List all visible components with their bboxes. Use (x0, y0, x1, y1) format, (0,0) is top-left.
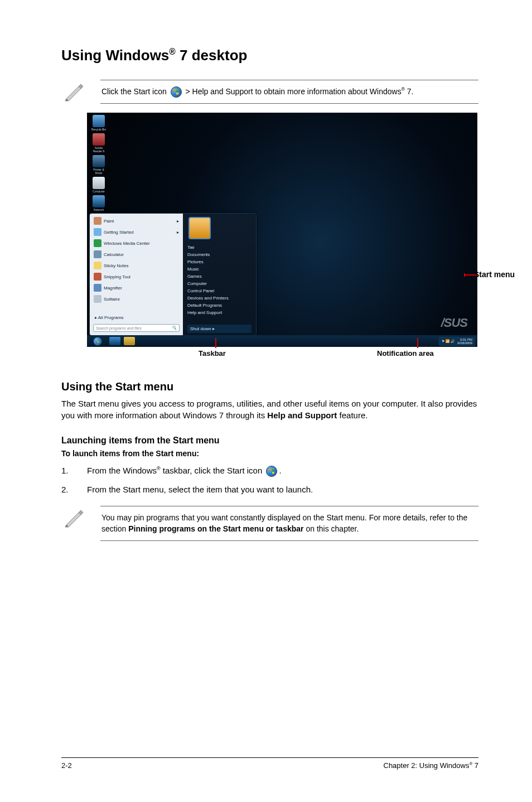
start-orb-icon (93, 337, 102, 346)
start-right-computer[interactable]: Computer (187, 281, 252, 286)
start-right-devices[interactable]: Devices and Printers (187, 296, 252, 301)
start-item-sticky-notes[interactable]: Sticky Notes (91, 260, 181, 271)
start-item-getting-started[interactable]: Getting Started▸ (91, 226, 181, 238)
callout-taskbar: Taskbar (199, 349, 226, 357)
user-avatar[interactable] (188, 217, 211, 239)
steps-list: From the Windows® taskbar, click the Sta… (61, 465, 478, 496)
recycle-bin-icon[interactable]: Recycle Bin (90, 115, 107, 131)
subsection-heading-launching: Launching items from the Start menu (61, 436, 478, 446)
start-item-solitaire[interactable]: Solitaire (91, 293, 181, 305)
note-tip-2: You may pin programs that you want const… (61, 506, 478, 541)
tray-vol-icon: 🔊 (451, 339, 454, 343)
start-right-user[interactable]: Tae (187, 245, 252, 250)
start-item-snipping-tool[interactable]: Snipping Tool (91, 271, 181, 282)
notification-area[interactable]: ⚑ 📶 🔊 3:01 PM 9/28/2009 (439, 337, 475, 346)
title-text-post: 7 desktop (176, 47, 248, 64)
start-right-games[interactable]: Games (187, 274, 252, 279)
callout-start-menu: Start menu (474, 270, 519, 279)
start-orb-icon (266, 466, 277, 477)
tray-date: 9/28/2009 (457, 341, 472, 345)
step-2: From the Start menu, select the item tha… (61, 484, 478, 496)
start-search-input[interactable]: Search programs and files🔍 (93, 324, 180, 332)
start-item-paint[interactable]: Paint▸ (91, 215, 181, 226)
asus-brand-watermark: /SUS (441, 316, 467, 330)
footer-page: 2-2 (61, 761, 72, 770)
start-all-programs[interactable]: ▸ All Programs (91, 313, 181, 322)
subsection-lead: To launch items from the Start menu: (61, 449, 478, 458)
callout-tick (215, 338, 216, 348)
page-title: Using Windows® 7 desktop (61, 47, 478, 64)
callout-notification: Notification area (377, 349, 434, 357)
taskbar-pin-ie[interactable] (109, 337, 120, 345)
start-right-music[interactable]: Music (187, 267, 252, 272)
desktop-icons-column: Recycle Bin Adobe Reader 9 Printer & Mus… (90, 115, 110, 214)
reg-mark: ® (169, 47, 176, 56)
callout-tick (417, 338, 418, 348)
note1-tail: 7. (405, 87, 414, 96)
start-orb-icon (171, 86, 182, 98)
section-body-start-menu: The Start menu gives you access to progr… (61, 398, 478, 421)
pencil-icon (61, 506, 87, 528)
start-right-control[interactable]: Control Panel (187, 288, 252, 293)
tray-flag-icon: ⚑ (442, 339, 444, 343)
start-button[interactable] (89, 336, 106, 346)
page-footer: 2-2 Chapter 2: Using Windows® 7 (61, 757, 478, 770)
start-right-help[interactable]: Help and Support (187, 310, 252, 315)
start-item-calculator[interactable]: Calculator (91, 249, 181, 260)
taskbar-pin-explorer[interactable] (124, 337, 135, 345)
start-item-wmc[interactable]: Windows Media Center (91, 238, 181, 249)
help-support-term: Help and Support (267, 410, 337, 420)
note1-pre: Click the Start icon (101, 87, 169, 96)
note-body-1: Click the Start icon > Help and Support … (100, 80, 478, 104)
desktop-screenshot: Recycle Bin Adobe Reader 9 Printer & Mus… (87, 113, 477, 354)
note-body-2: You may pin programs that you want const… (100, 506, 478, 541)
windows-desktop: Recycle Bin Adobe Reader 9 Printer & Mus… (87, 113, 477, 347)
step-1: From the Windows® taskbar, click the Sta… (61, 465, 478, 477)
start-right-pictures[interactable]: Pictures (187, 259, 252, 264)
start-right-default[interactable]: Default Programs (187, 303, 252, 308)
section-heading-start-menu: Using the Start menu (61, 380, 478, 393)
adobe-reader-icon[interactable]: Adobe Reader 9 (90, 133, 107, 153)
title-text-pre: Using Windows (61, 47, 169, 64)
start-menu: Paint▸ Getting Started▸ Windows Media Ce… (89, 213, 257, 336)
start-item-magnifier[interactable]: Magnifier (91, 282, 181, 293)
footer-chapter: Chapter 2: Using Windows® 7 (384, 761, 479, 770)
note-tip-1: Click the Start icon > Help and Support … (61, 80, 478, 104)
taskbar: ⚑ 📶 🔊 3:01 PM 9/28/2009 (87, 335, 477, 347)
computer-icon[interactable]: Computer (90, 177, 107, 193)
tray-net-icon: 📶 (446, 339, 449, 343)
pinning-term: Pinning programs on the Start menu or ta… (128, 524, 303, 533)
network-icon[interactable]: Network (90, 195, 107, 211)
start-menu-right: Tae Documents Pictures Music Games Compu… (183, 214, 256, 335)
start-right-documents[interactable]: Documents (187, 252, 252, 257)
start-menu-left: Paint▸ Getting Started▸ Windows Media Ce… (90, 214, 183, 335)
pencil-icon (61, 80, 87, 102)
note1-post: > Help and Support to obtain more inform… (186, 87, 402, 96)
reg-mark: ® (157, 466, 161, 471)
shutdown-button[interactable]: Shut down ▸ (187, 325, 252, 333)
printer-music-icon[interactable]: Printer & Music (90, 155, 107, 175)
